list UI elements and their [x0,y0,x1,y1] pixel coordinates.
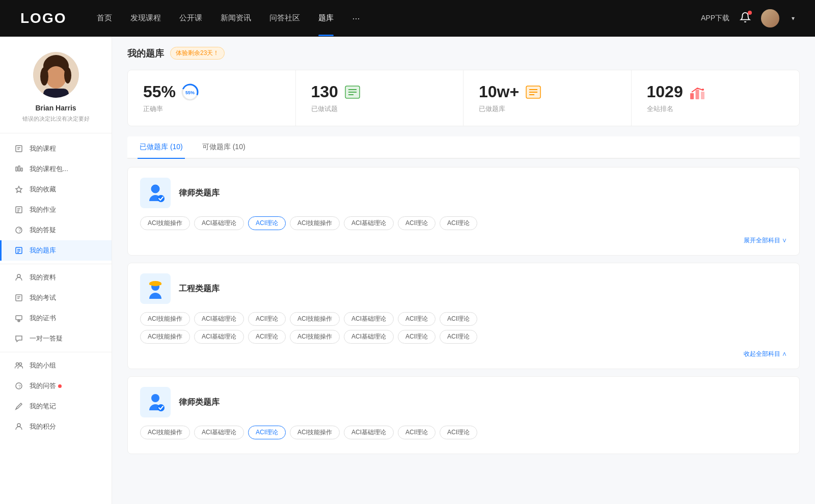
bank-1-tags: ACI技能操作 ACI基础理论 ACI理论 ACI技能操作 ACI基础理论 AC… [140,216,787,230]
nav-more[interactable]: ··· [352,13,360,24]
stat-ranking: 1029 全站排名 [632,70,800,126]
profile-label: 我的资料 [30,273,56,282]
sidebar-item-courses[interactable]: 我的课程 [0,138,112,159]
svg-point-30 [16,363,19,366]
bank-2-tag-r2-4[interactable]: ACI基础理论 [344,330,394,344]
sidebar-item-homework[interactable]: 我的作业 [0,200,112,220]
sidebar-item-groups[interactable]: 我的小组 [0,355,112,376]
svg-text:?: ? [18,384,21,389]
nav-questionbank[interactable]: 题库 [318,13,334,24]
sidebar-item-exams[interactable]: 我的考试 [0,288,112,308]
sidebar-item-packages[interactable]: 我的课程包... [0,159,112,179]
sidebar-item-myquestions[interactable]: ? 我的问答 [0,376,112,396]
tutoring-icon [14,334,23,343]
done-questions-icon [343,83,362,101]
sidebar-item-tutoring[interactable]: 一对一答疑 [0,328,112,349]
bank-1-tag-3[interactable]: ACI技能操作 [290,216,340,230]
bank-2-tag-r2-2[interactable]: ACI理论 [248,330,286,344]
svg-rect-49 [695,90,699,99]
bank-3-tags: ACI技能操作 ACI基础理论 ACI理论 ACI技能操作 ACI基础理论 AC… [140,426,787,439]
bank-2-tag-r2-5[interactable]: ACI理论 [398,330,436,344]
stat-ranking-top: 1029 [647,82,707,101]
nav-qa[interactable]: 问答社区 [269,13,300,24]
bank-2-collapse-btn[interactable]: 收起全部科目 ∧ [140,348,787,358]
bank-3-tag-2[interactable]: ACI理论 [248,426,286,439]
nav-discover[interactable]: 发现课程 [130,13,161,24]
bank-2-tag-r1-4[interactable]: ACI基础理论 [344,312,394,326]
sidebar-item-notes[interactable]: 我的笔记 [0,396,112,416]
svg-rect-24 [16,295,22,301]
svg-rect-10 [18,166,20,171]
tab-done-banks[interactable]: 已做题库 (10) [138,136,185,159]
svg-rect-11 [21,168,22,171]
stat-accuracy: 55% 55% 正确率 [128,70,296,126]
bank-2-tag-r2-0[interactable]: ACI技能操作 [140,330,190,344]
bank-2-tag-r2-1[interactable]: ACI基础理论 [194,330,244,344]
qa-label: 我的答疑 [30,226,56,235]
bank-2-tag-r2-6[interactable]: ACI理论 [440,330,477,344]
bank-card-2: 工程类题库 ACI技能操作 ACI基础理论 ACI理论 ACI技能操作 ACI基… [127,263,800,369]
bank-2-tag-r1-0[interactable]: ACI技能操作 [140,312,190,326]
svg-rect-48 [690,93,694,99]
tab-available-banks[interactable]: 可做题库 (10) [200,136,248,159]
packages-icon [14,164,23,174]
nav-open-course[interactable]: 公开课 [179,13,202,24]
sidebar: Brian Harris 错误的决定比没有决定要好 我的课程 我的课程包... [0,37,112,504]
avatar-image [33,52,79,98]
bank-2-icon [140,273,171,304]
bank-3-icon [140,387,171,417]
bank-2-tag-r1-6[interactable]: ACI理论 [440,312,477,326]
bank-1-tag-1[interactable]: ACI基础理论 [194,216,244,230]
bank-3-tag-3[interactable]: ACI技能操作 [290,426,340,439]
bank-1-tag-2[interactable]: ACI理论 [248,216,286,230]
logo[interactable]: LOGO [20,10,66,26]
profile-motto: 错误的决定比没有决定要好 [22,115,90,123]
bank-1-tag-4[interactable]: ACI基础理论 [344,216,394,230]
qa-icon: ? [14,226,23,235]
certificates-label: 我的证书 [30,314,56,323]
bank-3-tag-4[interactable]: ACI基础理论 [344,426,394,439]
bank-1-tag-5[interactable]: ACI理论 [398,216,436,230]
bank-3-tag-6[interactable]: ACI理论 [440,426,477,439]
sidebar-item-favorites[interactable]: 我的收藏 [0,179,112,200]
notification-bell[interactable] [740,12,751,25]
sidebar-item-points[interactable]: 我的积分 [0,416,112,437]
nav-avatar[interactable] [761,9,779,27]
sidebar-item-qa[interactable]: ? 我的答疑 [0,220,112,240]
nav-home[interactable]: 首页 [97,13,112,24]
bank-3-tag-0[interactable]: ACI技能操作 [140,426,190,439]
stat-accuracy-label: 正确率 [143,104,163,114]
bank-2-tag-r1-5[interactable]: ACI理论 [398,312,436,326]
myquestions-label: 我的问答 [30,381,56,390]
svg-rect-57 [149,283,161,285]
favorites-label: 我的收藏 [30,185,56,194]
trial-badge: 体验剩余23天！ [170,47,225,60]
svg-point-51 [702,89,704,91]
questionbank-label: 我的题库 [30,246,56,255]
bank-3-tag-1[interactable]: ACI基础理论 [194,426,244,439]
bank-1-tag-0[interactable]: ACI技能操作 [140,216,190,230]
sidebar-item-profile[interactable]: 我的资料 [0,267,112,288]
svg-point-31 [19,363,22,366]
app-download-link[interactable]: APP下载 [701,14,729,23]
certificates-icon [14,314,23,323]
profile-name: Brian Harris [35,104,76,112]
bank-2-tag-r1-3[interactable]: ACI技能操作 [290,312,340,326]
sidebar-item-certificates[interactable]: 我的证书 [0,308,112,328]
bank-2-tag-r2-3[interactable]: ACI技能操作 [290,330,340,344]
sidebar-item-questionbank[interactable]: 我的题库 [0,240,112,261]
bank-2-tag-r1-1[interactable]: ACI基础理论 [194,312,244,326]
questionbank-icon [14,246,23,255]
nav-chevron-icon[interactable]: ▾ [792,15,795,22]
bank-3-tag-5[interactable]: ACI理论 [398,426,436,439]
questions-badge [58,384,62,388]
svg-rect-5 [43,89,69,98]
groups-label: 我的小组 [30,361,56,370]
bank-1-tag-6[interactable]: ACI理论 [440,216,477,230]
svg-rect-50 [701,92,704,99]
bank-2-tag-r1-2[interactable]: ACI理论 [248,312,286,326]
bank-1-expand-btn[interactable]: 展开全部科目 ∨ [140,234,787,245]
nav-news[interactable]: 新闻资讯 [221,13,251,24]
page-header: 我的题库 体验剩余23天！ [127,47,800,60]
svg-rect-6 [16,146,22,152]
